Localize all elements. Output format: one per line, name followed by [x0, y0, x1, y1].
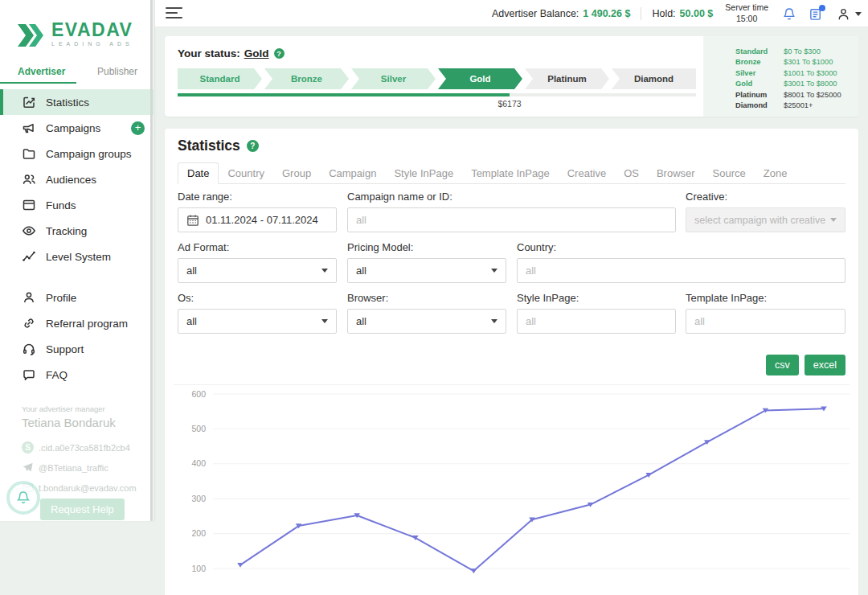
sidebar-item-label: Support [46, 343, 84, 355]
topbar: Advertiser Balance: 1 490.26 $ Hold: 50.… [155, 0, 868, 27]
chat-launcher-button[interactable] [6, 481, 40, 515]
progress-amount: $6173 [489, 99, 530, 109]
statistics-tabs: DateCountryGroupCampaignStyle InPageTemp… [178, 163, 845, 184]
account-tabs: Advertiser Publisher [0, 64, 154, 84]
sidebar-item-label: Funds [46, 199, 76, 211]
sidebar-item-label: Referral program [46, 318, 128, 330]
tab-advertiser[interactable]: Advertiser [18, 66, 65, 77]
request-help-button[interactable]: Request Help [40, 499, 125, 520]
tab-country[interactable]: Country [219, 163, 273, 183]
chevron-down-icon [491, 269, 497, 273]
sidebar-item-campaigns[interactable]: Campaigns+ [0, 115, 154, 141]
chart-icon [22, 95, 36, 109]
telegram-contact[interactable]: @BTetiana_traffic [22, 458, 150, 478]
news-icon[interactable] [809, 6, 824, 22]
logo-title: EVADAV [51, 21, 133, 39]
date-range-input[interactable]: 01.11.2024 - 07.11.2024 [178, 207, 337, 232]
ad-format-value: all [186, 265, 197, 277]
skype-contact[interactable]: S .cid.a0e73ca581fb2cb4 [22, 437, 150, 458]
tier-name: Bronze [735, 57, 784, 68]
tier-range: $0 To $300 [784, 47, 821, 55]
hold-label: Hold: [652, 8, 675, 19]
tier-table: Standard$0 To $300Bronze$301 To $1000Sil… [703, 36, 858, 117]
tab-os[interactable]: OS [615, 163, 648, 183]
tab-publisher[interactable]: Publisher [97, 66, 137, 77]
sidebar-item-faq[interactable]: FAQ [0, 362, 154, 388]
sidebar-item-referral-program[interactable]: Referral program [0, 310, 154, 336]
statistics-card: Statistics ? DateCountryGroupCampaignSty… [165, 129, 858, 595]
sidebar-item-profile[interactable]: Profile [0, 285, 154, 310]
your-status-label: Your status: [178, 47, 240, 60]
sidebar-item-support[interactable]: Support [0, 336, 154, 362]
eye-icon [22, 224, 36, 238]
balance-label: Advertiser Balance: [492, 8, 579, 19]
your-status-value[interactable]: Gold [244, 47, 269, 60]
browser-select[interactable]: all [347, 309, 506, 334]
add-campaign-button[interactable]: + [131, 121, 145, 135]
chevron-down-icon [855, 12, 862, 16]
tab-browser[interactable]: Browser [648, 163, 704, 183]
creative-label: Creative: [686, 191, 845, 202]
tier-segment-gold: Gold [438, 68, 522, 89]
svg-text:400: 400 [191, 458, 206, 468]
sidebar-item-campaign-groups[interactable]: Campaign groups [0, 141, 154, 166]
style-inpage-input[interactable] [517, 309, 676, 334]
creative-select[interactable]: select campaign with creative [686, 207, 845, 232]
tier-table-row: Silver$1001 To $3000 [735, 68, 858, 79]
email-address: t.bondaruk@evadav.com [39, 483, 137, 493]
tier-range: $25001+ [784, 101, 813, 109]
country-label: Country: [517, 242, 845, 252]
divider [641, 7, 641, 20]
campaign-input[interactable] [347, 207, 676, 232]
user-menu[interactable] [836, 6, 862, 22]
progress-track [178, 93, 696, 96]
pricing-model-select[interactable]: all [347, 258, 506, 283]
sidebar-item-label: Campaigns [46, 122, 100, 134]
tab-style-inpage[interactable]: Style InPage [385, 163, 462, 183]
sidebar-item-level-system[interactable]: Level System [0, 244, 154, 269]
tab-creative[interactable]: Creative [559, 163, 615, 183]
tab-campaign[interactable]: Campaign [320, 163, 385, 183]
os-select[interactable]: all [178, 309, 337, 334]
country-input[interactable] [517, 258, 845, 283]
browser-label: Browser: [347, 293, 506, 303]
notifications-bell-icon[interactable] [782, 6, 796, 22]
tab-group[interactable]: Group [273, 163, 320, 183]
os-value: all [186, 315, 197, 327]
server-time-label: Server time [725, 2, 768, 14]
date-range-value: 01.11.2024 - 07.11.2024 [206, 214, 318, 226]
sidebar-item-label: Level System [46, 251, 111, 263]
evadav-logo[interactable]: EVADAV LEADING ADS [16, 21, 133, 50]
tier-segment-platinum: Platinum [525, 68, 609, 89]
hold-value: 50.00 $ [680, 8, 714, 19]
tier-segment-silver: Silver [351, 68, 436, 89]
svg-text:600: 600 [191, 389, 206, 399]
telegram-id: @BTetiana_traffic [39, 463, 108, 473]
ad-format-select[interactable]: all [178, 258, 337, 283]
tab-zone[interactable]: Zone [755, 163, 796, 183]
telegram-icon [22, 462, 34, 474]
sidebar-item-statistics[interactable]: Statistics [0, 89, 154, 115]
statistics-help-icon[interactable]: ? [247, 140, 259, 152]
sidebar-item-audiences[interactable]: Audiences [0, 166, 154, 192]
tier-table-row: Gold$3001 To $8000 [735, 79, 858, 89]
status-help-icon[interactable]: ? [274, 48, 285, 59]
tab-template-inpage[interactable]: Template InPage [462, 163, 559, 183]
excel-button[interactable]: excel [805, 355, 845, 375]
sidebar-scrollbar[interactable] [150, 0, 153, 521]
tab-source[interactable]: Source [704, 163, 755, 183]
skype-id: .cid.a0e73ca581fb2cb4 [39, 443, 130, 453]
calendar-icon [186, 214, 199, 227]
tier-table-row: Diamond$25001+ [735, 101, 858, 111]
tab-date[interactable]: Date [178, 162, 219, 184]
email-contact[interactable]: t.bondaruk@evadav.com [22, 478, 150, 498]
sidebar-item-funds[interactable]: Funds [0, 192, 154, 218]
hamburger-menu-icon[interactable] [166, 7, 182, 22]
tier-segment-diamond: Diamond [612, 68, 696, 89]
chevron-down-icon [830, 218, 837, 222]
sidebar-item-label: Audiences [46, 174, 96, 186]
style-inpage-label: Style InPage: [517, 293, 676, 303]
template-inpage-input[interactable] [686, 309, 845, 334]
csv-button[interactable]: csv [766, 355, 799, 375]
sidebar-item-tracking[interactable]: Tracking [0, 218, 154, 244]
